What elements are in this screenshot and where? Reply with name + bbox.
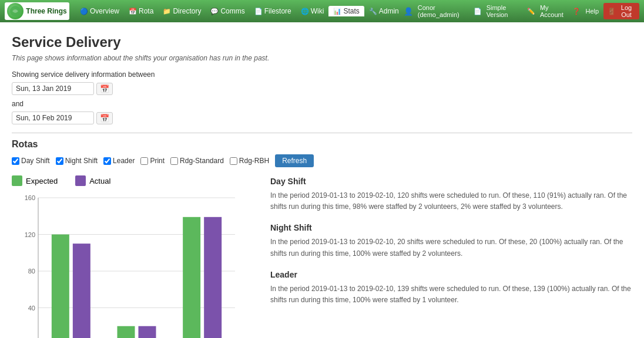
nav-item-directory[interactable]: 📁Directory: [158, 6, 206, 16]
stats-section-title: Leader: [270, 269, 632, 281]
date-range-label: Showing service delivery information bet…: [12, 70, 632, 79]
stats-text: Day ShiftIn the period 2019-01-13 to 201…: [270, 175, 632, 315]
nav-icon: 🌐: [301, 8, 309, 15]
refresh-button[interactable]: Refresh: [275, 154, 314, 167]
stats-section-title: Night Shift: [270, 222, 632, 234]
filter-checkbox-night-shift[interactable]: [56, 157, 63, 165]
logout-label: Log Out: [618, 4, 635, 18]
and-label: and: [12, 100, 632, 108]
filter-checkbox-print[interactable]: [140, 157, 148, 165]
filter-checkbox-day-shift[interactable]: [12, 157, 19, 165]
page-subtitle: This page shows information about the sh…: [12, 54, 632, 62]
legend-expected-box: [12, 175, 22, 186]
date-to-input[interactable]: [12, 111, 94, 124]
simple-version-link[interactable]: Simple Version: [487, 4, 522, 18]
nav-item-stats[interactable]: 📊Stats: [328, 6, 364, 16]
svg-text:160: 160: [25, 194, 35, 201]
legend-expected-label: Expected: [26, 177, 58, 185]
svg-rect-19: [183, 217, 200, 338]
filter-checkbox-rdg-rbh[interactable]: [230, 157, 237, 165]
stats-section-night-shift: Night ShiftIn the period 2019-01-13 to 2…: [270, 222, 632, 259]
stats-section-day-shift: Day ShiftIn the period 2019-01-13 to 201…: [270, 175, 632, 212]
svg-text:80: 80: [28, 268, 35, 275]
nav-item-admin[interactable]: 🔧Admin: [364, 6, 404, 16]
chart-svg: 04080120160Day ShiftNight ShiftLeader: [12, 192, 247, 338]
legend-expected: Expected: [12, 175, 58, 186]
simple-version-icon: 📄: [474, 8, 482, 15]
page-title: Service Delivery: [12, 34, 632, 50]
nav-icon: 📊: [333, 8, 341, 15]
svg-rect-14: [73, 244, 90, 338]
my-account-link[interactable]: My Account: [540, 4, 568, 18]
filter-row: Day ShiftNight ShiftLeaderPrintRdg-Stand…: [12, 154, 632, 167]
filter-rdg-rbh[interactable]: Rdg-RBH: [230, 157, 269, 165]
nav-icon: 📁: [163, 8, 171, 15]
date-to-calendar-button[interactable]: 📅: [96, 112, 113, 124]
filter-night-shift[interactable]: Night Shift: [56, 157, 98, 165]
legend-actual-label: Actual: [89, 177, 110, 185]
stats-section-leader: LeaderIn the period 2019-01-13 to 2019-0…: [270, 269, 632, 306]
nav-right: 👤 Conor (demo_admin) 📄 Simple Version ✏️…: [404, 3, 639, 19]
chart-legend: Expected Actual: [12, 175, 259, 186]
legend-actual-box: [75, 175, 86, 186]
filter-leader[interactable]: Leader: [103, 157, 135, 165]
nav-icon: 📄: [254, 8, 263, 15]
stats-section-text: In the period 2019-01-13 to 2019-02-10, …: [270, 236, 632, 259]
nav-item-overview[interactable]: 🔵Overview: [75, 6, 124, 16]
help-icon: ❓: [572, 8, 581, 15]
my-account-icon: ✏️: [527, 8, 535, 15]
stats-section-text: In the period 2019-01-13 to 2019-02-10, …: [270, 190, 632, 212]
nav-item-comms[interactable]: 💬Comms: [206, 6, 249, 16]
svg-rect-20: [204, 217, 222, 338]
filter-print[interactable]: Print: [140, 157, 165, 165]
main-content: Service Delivery This page shows informa…: [0, 22, 644, 338]
svg-rect-16: [118, 326, 135, 338]
filter-day-shift[interactable]: Day Shift: [12, 157, 50, 165]
logo[interactable]: Three Rings: [5, 2, 69, 20]
nav-item-rota[interactable]: 📅Rota: [124, 6, 158, 16]
nav-item-filestore[interactable]: 📄Filestore: [250, 6, 296, 16]
svg-rect-17: [139, 326, 156, 338]
svg-text:40: 40: [28, 305, 35, 312]
svg-text:120: 120: [25, 231, 35, 238]
nav-items: 🔵Overview📅Rota📁Directory💬Comms📄Filestore…: [75, 6, 404, 16]
filter-checkbox-rdg-standard[interactable]: [170, 157, 178, 165]
logo-area: Three Rings: [5, 2, 69, 20]
chart-area: Expected Actual 04080120160Day ShiftNigh…: [12, 175, 259, 338]
logo-circle: [7, 3, 24, 19]
date-from-input[interactable]: [12, 82, 94, 95]
date-from-calendar-button[interactable]: 📅: [96, 83, 113, 95]
logout-button[interactable]: 🚪 Log Out: [603, 3, 639, 19]
logo-text: Three Rings: [26, 7, 66, 15]
content-area: Expected Actual 04080120160Day ShiftNigh…: [12, 175, 632, 338]
nav-icon: 🔵: [80, 8, 88, 15]
nav-icon: 📅: [129, 8, 137, 15]
stats-section-title: Day Shift: [270, 175, 632, 188]
navbar: Three Rings 🔵Overview📅Rota📁Directory💬Com…: [0, 0, 644, 22]
filter-rdg-standard[interactable]: Rdg-Standard: [170, 157, 224, 165]
logout-icon: 🚪: [608, 8, 616, 15]
legend-actual: Actual: [75, 175, 110, 186]
svg-rect-13: [52, 235, 69, 339]
user-name[interactable]: Conor (demo_admin): [418, 4, 469, 18]
nav-icon: 🔧: [369, 8, 377, 15]
nav-item-wiki[interactable]: 🌐Wiki: [296, 6, 329, 16]
date-to-wrap: 📅: [12, 111, 632, 124]
rotas-title: Rotas: [12, 133, 632, 150]
stats-section-text: In the period 2019-01-13 to 2019-02-10, …: [270, 283, 632, 306]
user-icon: 👤: [404, 7, 413, 16]
nav-icon: 💬: [210, 8, 219, 15]
help-link[interactable]: Help: [585, 8, 599, 15]
filter-checkbox-leader[interactable]: [103, 157, 111, 165]
date-from-wrap: 📅: [12, 82, 632, 95]
